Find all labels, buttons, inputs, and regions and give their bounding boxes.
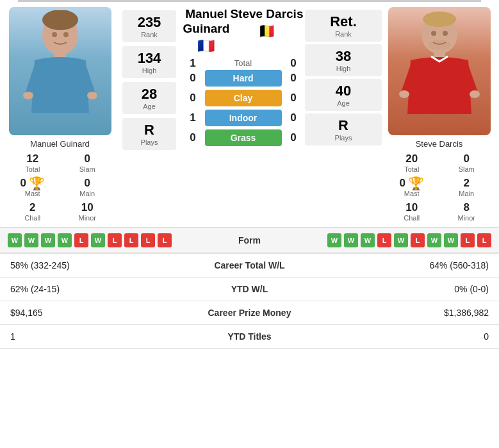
table-cell-left: $94,165: [0, 301, 175, 325]
left-trophy-row: 0 🏆: [20, 177, 45, 190]
mid-section: ManuelGuinard 🇫🇷 Steve Darcis 🇧🇪 1 Total…: [183, 7, 304, 223]
right-player-panel: Steve Darcis 20 Total 0 Slam 0 🏆 Mast: [383, 7, 495, 223]
svg-point-8: [423, 12, 456, 27]
table-cell-label: YTD Titles: [175, 325, 325, 349]
form-badge-right: W: [444, 233, 458, 247]
right-age-box: 40 Age: [305, 79, 382, 111]
left-trophy-icon: 🏆: [29, 177, 45, 190]
form-badge-right: L: [477, 233, 491, 247]
form-right: WWWLWLWWLL: [281, 233, 492, 247]
hard-score-left: 0: [185, 72, 201, 85]
right-mast-lbl: Mast: [404, 190, 420, 197]
form-label: Form: [224, 235, 275, 245]
hard-row: 0 Hard 0: [183, 70, 304, 87]
left-total-val: 12: [26, 153, 38, 165]
table-cell-left: 58% (332-245): [0, 253, 175, 278]
svg-point-11: [443, 31, 448, 36]
clay-score-left: 0: [185, 92, 201, 104]
right-minor-stat: 8 Minor: [441, 200, 493, 223]
main-container: Manuel Guinard 12 Total 0 Slam 0 🏆 Mast: [0, 0, 499, 349]
indoor-score-right: 0: [286, 112, 302, 124]
svg-point-1: [42, 10, 78, 30]
table-cell-right: 0: [324, 325, 499, 349]
right-high-val: 38: [307, 48, 379, 65]
right-main-val: 2: [464, 177, 470, 190]
total-label: Total: [205, 58, 282, 68]
right-mast-val: 0: [400, 177, 405, 190]
right-rank-lbl: Rank: [307, 30, 379, 38]
right-total-stat: 20 Total: [386, 151, 438, 174]
form-badge-left: W: [91, 233, 105, 247]
right-main-lbl: Main: [459, 190, 474, 197]
right-rank-box: Ret. Rank: [305, 10, 382, 42]
form-badge-right: L: [377, 233, 391, 247]
right-flag: 🇧🇪: [230, 23, 303, 40]
left-main-lbl: Main: [79, 190, 95, 197]
right-rank-val: Ret.: [307, 13, 379, 30]
left-player-name: ManuelGuinard: [183, 7, 230, 37]
table-row: $94,165Career Prize Money$1,386,982: [0, 301, 499, 325]
left-rank-box: 235 Rank: [122, 10, 176, 42]
right-total-val: 20: [405, 153, 418, 165]
form-badge-left: L: [158, 233, 172, 247]
left-plays-val: R: [125, 122, 174, 138]
left-age-lbl: Age: [125, 103, 174, 110]
form-badge-right: W: [427, 233, 441, 247]
grass-score-left: 0: [185, 131, 201, 144]
player-comparison-area: Manuel Guinard 12 Total 0 Slam 0 🏆 Mast: [0, 2, 499, 227]
form-badge-right: L: [461, 233, 475, 247]
form-badge-left: W: [8, 233, 22, 247]
table-cell-right: $1,386,982: [324, 301, 499, 325]
left-plays-box: R Plays: [122, 118, 176, 150]
svg-point-6: [87, 92, 97, 99]
form-badge-right: W: [394, 233, 408, 247]
left-slam-val: 0: [85, 153, 90, 165]
right-chall-val: 10: [405, 201, 418, 214]
left-chall-val: 2: [29, 201, 35, 214]
total-score-row: 1 Total 0: [185, 57, 302, 70]
form-badge-left: W: [41, 233, 55, 247]
right-main-stat: 2 Main: [441, 176, 493, 199]
left-mast-val: 0: [20, 177, 26, 190]
left-player-stats: 12 Total 0 Slam 0 🏆 Mast 0 Main: [4, 151, 116, 223]
form-badge-right: W: [327, 233, 341, 247]
form-badge-left: W: [58, 233, 72, 247]
left-main-stat: 0 Main: [61, 176, 114, 199]
right-player-photo: [388, 7, 491, 135]
right-high-box: 38 High: [305, 44, 382, 76]
right-player-info: Steve Darcis 🇧🇪: [230, 7, 303, 40]
right-player-name-label: Steve Darcis: [416, 139, 463, 149]
left-total-lbl: Total: [25, 165, 40, 173]
table-cell-left: 62% (24-15): [0, 278, 175, 301]
names-flags: ManuelGuinard 🇫🇷 Steve Darcis 🇧🇪: [183, 7, 304, 54]
clay-score-right: 0: [286, 92, 302, 104]
left-chall-lbl: Chall: [24, 214, 40, 222]
left-total-stat: 12 Total: [6, 151, 59, 174]
left-slam-lbl: Slam: [79, 165, 95, 173]
right-total-lbl: Total: [404, 165, 419, 173]
right-slam-stat: 0 Slam: [441, 151, 493, 174]
table-cell-right: 64% (560-318): [324, 253, 499, 278]
left-high-lbl: High: [125, 67, 174, 74]
right-age-lbl: Age: [307, 99, 379, 107]
left-minor-stat: 10 Minor: [61, 200, 114, 223]
table-cell-right: 0% (0-0): [324, 278, 499, 301]
right-minor-lbl: Minor: [457, 214, 475, 222]
right-trophy-icon: 🏆: [408, 177, 424, 190]
right-minor-val: 8: [464, 201, 470, 214]
left-high-box: 134 High: [122, 46, 176, 78]
indoor-badge: Indoor: [205, 110, 282, 126]
left-plays-lbl: Plays: [125, 138, 174, 146]
grass-row: 0 Grass 0: [183, 129, 304, 146]
left-player-panel: Manuel Guinard 12 Total 0 Slam 0 🏆 Mast: [4, 7, 116, 223]
left-player-photo: [9, 7, 111, 135]
stats-table: 58% (332-245)Career Total W/L64% (560-31…: [0, 253, 499, 349]
total-score-left: 1: [185, 57, 201, 70]
left-high-val: 134: [125, 50, 174, 67]
table-row: 62% (24-15)YTD W/L0% (0-0): [0, 278, 499, 301]
svg-point-10: [431, 31, 436, 36]
hard-badge: Hard: [205, 70, 282, 87]
form-badge-left: L: [124, 233, 138, 247]
form-badge-left: L: [141, 233, 155, 247]
grass-badge: Grass: [205, 129, 282, 146]
